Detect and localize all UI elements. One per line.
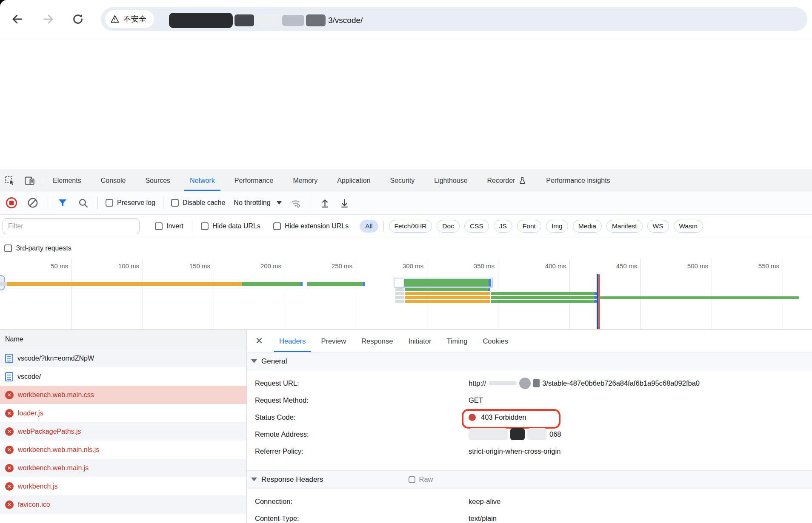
filter-pill-css[interactable]: CSS bbox=[464, 220, 489, 233]
filter-pill-manifest[interactable]: Manifest bbox=[606, 220, 643, 233]
status-error-dot-icon bbox=[469, 414, 476, 421]
tab-preview[interactable]: Preview bbox=[313, 330, 354, 352]
table-row[interactable]: vscode/?tkn=eomdZNpW bbox=[0, 349, 246, 367]
filter-pill-img[interactable]: Img bbox=[546, 220, 568, 233]
tab-application[interactable]: Application bbox=[327, 170, 380, 191]
inspect-element-button[interactable] bbox=[0, 170, 20, 191]
tab-initiator[interactable]: Initiator bbox=[400, 330, 439, 352]
reload-button[interactable] bbox=[68, 9, 88, 29]
filter-pill-wasm[interactable]: Wasm bbox=[674, 220, 703, 233]
upload-icon bbox=[320, 198, 330, 208]
download-icon bbox=[339, 198, 350, 208]
filter-input[interactable] bbox=[3, 218, 140, 234]
tab-label: Performance bbox=[234, 177, 274, 185]
filter-pill-doc[interactable]: Doc bbox=[437, 220, 460, 233]
tab-elements[interactable]: Elements bbox=[43, 170, 91, 191]
table-row[interactable]: ✕ workbench.web.main.nls.js bbox=[0, 441, 246, 459]
preserve-log-label: Preserve log bbox=[117, 199, 155, 207]
url-redaction-block bbox=[256, 15, 280, 26]
tab-sources[interactable]: Sources bbox=[135, 170, 180, 191]
tab-lighthouse[interactable]: Lighthouse bbox=[424, 170, 477, 191]
preserve-log-toggle[interactable]: Preserve log bbox=[106, 199, 155, 207]
tab-label: Recorder bbox=[487, 177, 515, 185]
tab-label: Lighthouse bbox=[434, 177, 467, 185]
device-toolbar-button[interactable] bbox=[20, 170, 39, 191]
table-row[interactable]: ✕ workbench.js bbox=[0, 477, 246, 495]
network-conditions-button[interactable] bbox=[289, 197, 303, 209]
filter-pill-font[interactable]: Font bbox=[517, 220, 541, 233]
forward-button[interactable] bbox=[38, 9, 58, 29]
tab-cookies[interactable]: Cookies bbox=[475, 330, 516, 352]
third-party-checkbox[interactable] bbox=[4, 244, 12, 252]
waterfall-bar bbox=[405, 300, 490, 303]
hide-extension-urls-toggle[interactable]: Hide extension URLs bbox=[273, 222, 349, 230]
table-row[interactable]: ✕ workbench.web.main.js bbox=[0, 459, 246, 477]
header-value: 068 bbox=[469, 428, 561, 440]
filter-toggle-button[interactable] bbox=[56, 198, 69, 208]
hide-data-urls-checkbox[interactable] bbox=[201, 222, 209, 230]
throttling-dropdown[interactable]: No throttling bbox=[234, 199, 281, 207]
raw-toggle[interactable]: Raw bbox=[409, 475, 433, 483]
throttling-value: No throttling bbox=[234, 199, 270, 207]
tab-security[interactable]: Security bbox=[380, 170, 424, 191]
back-button[interactable] bbox=[8, 9, 27, 29]
network-overview-timeline[interactable]: 50 ms 100 ms 150 ms 200 ms 250 ms 300 ms… bbox=[0, 259, 812, 330]
timeline-tick: 150 ms bbox=[163, 262, 210, 270]
import-har-button[interactable] bbox=[319, 198, 332, 208]
tab-console[interactable]: Console bbox=[91, 170, 136, 191]
table-row-selected[interactable]: ✕ workbench.web.main.css bbox=[0, 386, 246, 404]
close-button[interactable]: ✕ bbox=[247, 335, 272, 347]
request-name: workbench.web.main.js bbox=[18, 464, 89, 472]
invert-toggle[interactable]: Invert bbox=[155, 222, 183, 230]
table-row[interactable]: ✕ webPackagePaths.js bbox=[0, 422, 246, 441]
tab-response[interactable]: Response bbox=[354, 330, 400, 352]
table-row[interactable]: ✕ loader.js bbox=[0, 404, 246, 422]
hide-data-urls-toggle[interactable]: Hide data URLs bbox=[201, 222, 260, 230]
preserve-log-checkbox[interactable] bbox=[106, 199, 113, 207]
filter-pill-js[interactable]: JS bbox=[494, 220, 512, 233]
disable-cache-checkbox[interactable] bbox=[171, 199, 179, 207]
divider bbox=[97, 196, 98, 209]
clear-button[interactable] bbox=[26, 197, 40, 208]
invert-label: Invert bbox=[166, 222, 183, 230]
name-column-header[interactable]: Name bbox=[0, 330, 246, 349]
header-label: Connection: bbox=[255, 497, 292, 506]
invert-checkbox[interactable] bbox=[155, 222, 163, 230]
tab-memory[interactable]: Memory bbox=[283, 170, 327, 191]
table-row[interactable]: vscode/ bbox=[0, 367, 246, 386]
url-bar[interactable]: 不安全 3/vscode/ bbox=[101, 7, 807, 31]
error-icon: ✕ bbox=[5, 427, 14, 436]
clear-icon bbox=[27, 197, 38, 208]
filter-pill-fetch-xhr[interactable]: Fetch/XHR bbox=[389, 220, 432, 233]
header-label: Content-Type: bbox=[255, 514, 299, 523]
search-button[interactable] bbox=[76, 198, 90, 208]
timeline-gridline bbox=[143, 259, 143, 330]
export-har-button[interactable] bbox=[338, 198, 351, 208]
header-label: Request Method: bbox=[255, 396, 309, 404]
raw-checkbox[interactable] bbox=[409, 476, 415, 483]
filter-funnel-icon bbox=[57, 198, 68, 208]
header-row: Request URL: http:// 3/stable-487e0b6eb7… bbox=[247, 375, 812, 392]
waterfall-bar bbox=[242, 282, 300, 286]
hide-data-urls-label: Hide data URLs bbox=[212, 222, 260, 230]
waterfall-bar bbox=[7, 282, 242, 286]
tab-performance-insights[interactable]: Performance insights bbox=[536, 170, 620, 191]
response-headers-section-header[interactable]: Response Headers Raw bbox=[247, 470, 812, 489]
page-content-area bbox=[0, 38, 812, 170]
tab-timing[interactable]: Timing bbox=[439, 330, 475, 352]
general-section-header[interactable]: General bbox=[247, 352, 812, 370]
tab-recorder[interactable]: Recorder bbox=[477, 170, 537, 191]
tab-headers[interactable]: Headers bbox=[272, 330, 313, 352]
table-row[interactable]: ✕ favicon.ico bbox=[0, 495, 246, 514]
filter-pill-ws[interactable]: WS bbox=[647, 220, 669, 233]
record-button[interactable] bbox=[4, 197, 19, 209]
hide-extension-urls-checkbox[interactable] bbox=[273, 222, 281, 230]
filter-pill-all[interactable]: All bbox=[360, 220, 378, 233]
disable-cache-toggle[interactable]: Disable cache bbox=[171, 199, 226, 207]
security-chip[interactable]: 不安全 bbox=[105, 10, 154, 28]
header-row: Request Method: GET bbox=[247, 392, 812, 409]
timeline-tick: 50 ms bbox=[21, 262, 68, 270]
filter-pill-media[interactable]: Media bbox=[573, 220, 602, 233]
tab-network[interactable]: Network bbox=[180, 170, 225, 191]
tab-performance[interactable]: Performance bbox=[225, 170, 283, 191]
